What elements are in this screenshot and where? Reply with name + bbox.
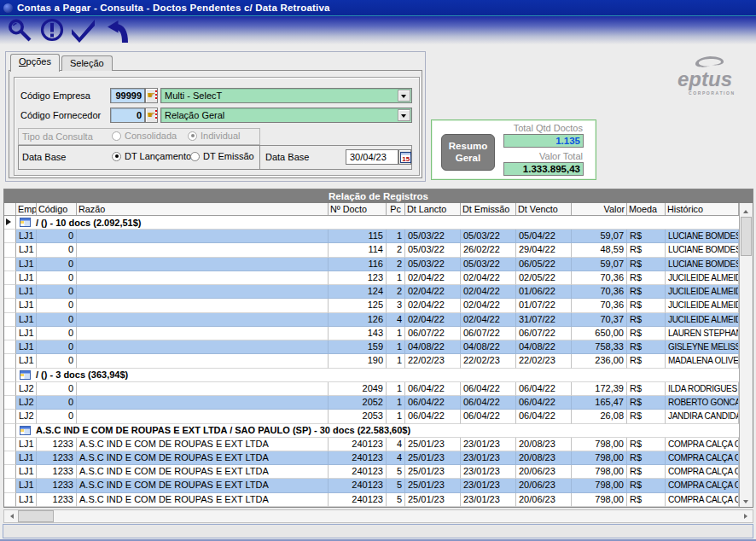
horizontal-scrollbar[interactable] [3,509,753,523]
table-cell: 25/01/23 [405,465,461,479]
table-cell: LJ1 [16,327,37,340]
radio-icon [188,131,197,141]
scroll-right-icon[interactable] [739,510,753,522]
table-cell: A.S.C IND E COM DE ROUPAS E EXT LTDA [77,451,329,465]
table-cell: 06/04/22 [516,410,572,423]
search-button[interactable] [5,17,34,44]
scroll-down-icon[interactable] [740,494,753,507]
row-indicator [4,410,16,423]
table-cell: 22/02/23 [461,354,516,368]
group-header-row[interactable]: / () - 10 docs (2.092,51$) [4,216,739,230]
scroll-left-icon[interactable] [4,510,18,522]
table-row[interactable]: LJ202053106/04/2206/04/2206/04/2226,08R$… [4,410,739,423]
table-row[interactable]: LJ10116205/03/2205/03/2206/05/2259,07R$L… [4,258,739,271]
back-button[interactable] [104,17,133,44]
group-label: / () - 10 docs (2.092,51$) [36,218,142,228]
qty-doctos-value: 1.135 [503,134,584,148]
window-title: Contas a Pagar - Consulta - Doctos Pende… [17,3,330,13]
table-row[interactable]: LJ10190122/02/2322/02/2322/02/23236,00R$… [4,354,739,368]
row-indicator [4,216,16,230]
group-header-row[interactable]: A.S.C IND E COM DE ROUPAS E EXT LTDA / S… [4,424,739,438]
row-indicator [4,396,16,410]
table-row[interactable]: LJ11233A.S.C IND E COM DE ROUPAS E EXT L… [4,438,739,451]
row-indicator [4,369,16,382]
vertical-scrollbar[interactable] [739,203,753,507]
base-date-input[interactable]: 30/04/23 [346,149,398,165]
company-select[interactable]: Multi - SelecT [160,88,412,103]
tab-selecao[interactable]: Seleção [61,55,113,71]
table-cell: 0 [37,382,77,396]
row-indicator [4,313,16,327]
table-row[interactable]: LJ10126402/04/2202/04/2231/07/2270,37R$J… [4,313,739,327]
table-cell: 06/04/22 [405,410,461,423]
info-button[interactable] [38,17,67,44]
column-header-dtvencto[interactable]: Dt Vencto [516,203,572,215]
chevron-down-icon[interactable] [398,90,410,102]
horizontal-scroll-thumb[interactable] [18,510,54,522]
column-header-pc[interactable]: Pc [387,203,405,215]
table-cell: 650,00 [572,327,627,340]
column-header-valor[interactable]: Valor [572,203,627,215]
table-cell: 01/06/22 [516,285,572,299]
supplier-code-input[interactable]: 0 [110,108,145,123]
table-cell: 1 [387,271,405,285]
table-row[interactable]: LJ11233A.S.C IND E COM DE ROUPAS E EXT L… [4,451,739,465]
table-cell: 02/04/22 [405,271,461,285]
table-row[interactable]: LJ202049106/04/2206/04/2206/04/22172,39R… [4,382,739,396]
radio-consolidada[interactable]: Consolidada [112,131,177,141]
table-row[interactable]: LJ10114205/03/2226/02/2229/04/2248,59R$L… [4,243,739,257]
table-cell: 02/05/22 [516,271,572,285]
radio-dt-emissao[interactable]: DT Emissão [190,151,254,161]
table-cell: 06/07/22 [405,327,461,340]
table-row[interactable]: LJ11233A.S.C IND E COM DE ROUPAS E EXT L… [4,479,739,492]
column-header-ndocto[interactable]: Nº Docto [329,203,387,215]
table-cell: ILDA RODRIGUES [666,382,739,396]
table-cell: 2 [387,285,405,299]
table-cell: 126 [329,313,387,327]
company-code-input[interactable]: 99999 [110,88,145,103]
table-cell: 06/07/22 [516,327,572,340]
table-cell [77,299,329,312]
table-cell: 165,47 [572,396,627,410]
column-header-dtemissao[interactable]: Dt Emissão [461,203,516,215]
column-header-historico[interactable]: Histórico [666,203,739,215]
column-header-moeda[interactable]: Moeda [627,203,666,215]
table-cell: 240123 [329,493,387,507]
table-row[interactable]: LJ10125302/04/2202/04/2201/07/2270,36R$J… [4,299,739,312]
table-row[interactable]: LJ11233A.S.C IND E COM DE ROUPAS E EXT L… [4,493,739,507]
valor-total-label: Valor Total [480,151,583,161]
column-header-emp[interactable]: Emp [16,203,37,215]
company-browse-button[interactable]: ☛ [145,88,158,103]
table-cell: 5 [387,493,405,507]
table-row[interactable]: LJ202052106/04/2206/04/2206/04/22165,47R… [4,396,739,410]
table-cell: 25/01/23 [405,479,461,492]
table-cell: R$ [627,382,666,396]
scroll-up-icon[interactable] [740,203,753,216]
table-row[interactable]: LJ10123102/04/2202/04/2202/05/2270,36R$J… [4,271,739,285]
row-indicator [4,465,16,479]
radio-individual[interactable]: Individual [188,131,240,141]
table-row[interactable]: LJ10143106/07/2206/07/2206/07/22650,00R$… [4,327,739,340]
table-cell: R$ [627,340,666,354]
column-header-codigo[interactable]: Código [37,203,77,215]
confirm-button[interactable] [68,17,99,44]
vertical-scroll-thumb[interactable] [741,217,752,256]
table-row[interactable]: LJ10159104/08/2204/08/2204/08/22758,33R$… [4,340,739,354]
table-cell: 02/04/22 [405,313,461,327]
supplier-select[interactable]: Relação Geral [160,108,412,123]
calendar-button[interactable]: 15 [398,149,411,165]
tab-opcoes[interactable]: Opções [10,54,60,72]
table-cell: 70,37 [572,313,627,327]
table-cell [77,258,329,271]
column-header-razao[interactable]: Razão [77,203,329,215]
table-row[interactable]: LJ10124202/04/2202/04/2201/06/2270,36R$J… [4,285,739,299]
current-row-marker-icon [6,218,11,225]
group-header-row[interactable]: / () - 3 docs (363,94$) [4,369,739,382]
table-row[interactable]: LJ11233A.S.C IND E COM DE ROUPAS E EXT L… [4,465,739,479]
supplier-browse-button[interactable]: ☛ [145,108,158,123]
column-header-dtlancto[interactable]: Dt Lancto [405,203,461,215]
radio-dt-lancamento[interactable]: DT Lançamento [112,151,191,161]
table-row[interactable]: LJ10115105/03/2205/03/2205/04/2259,07R$L… [4,230,739,243]
table-cell: 1233 [37,479,77,492]
chevron-down-icon[interactable] [398,109,410,121]
